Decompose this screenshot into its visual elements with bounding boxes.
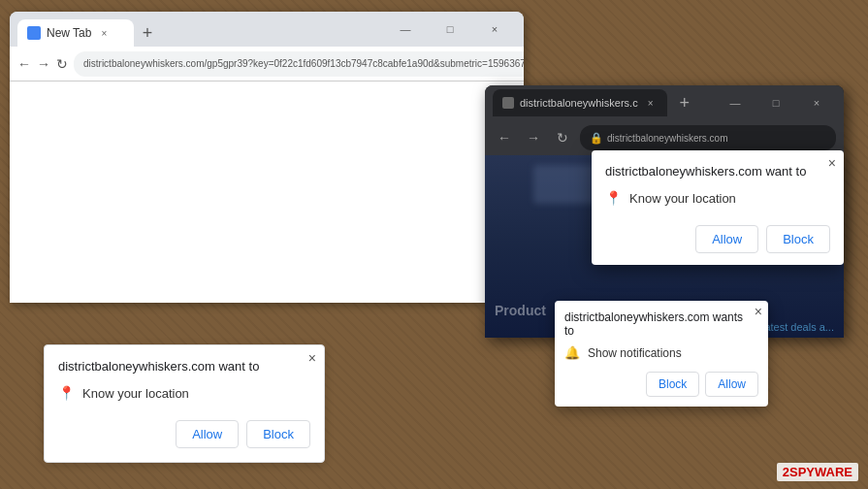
lock-icon: 🔒 xyxy=(590,132,603,145)
bell-icon: 🔔 xyxy=(564,345,580,360)
dark-maximize-button[interactable]: □ xyxy=(756,89,795,116)
location-allow-button[interactable]: Allow xyxy=(176,420,239,448)
tab-favicon xyxy=(27,26,41,40)
minimize-button[interactable]: — xyxy=(384,16,427,43)
dark-tab-label: districtbaloneywhiskers.c xyxy=(520,97,638,109)
dark-new-tab-button[interactable]: + xyxy=(671,89,698,116)
notification-dialog-actions: Block Allow xyxy=(555,368,768,407)
notification-dialog: × districtbaloneywhiskers.com wants to 🔔… xyxy=(555,301,768,407)
dark-tab-close-icon[interactable]: × xyxy=(644,96,658,110)
watermark-text: 2SPYWARE xyxy=(783,465,852,479)
window-controls: — □ × xyxy=(384,16,516,43)
dark-close-button[interactable]: × xyxy=(797,89,836,116)
location-block-button[interactable]: Block xyxy=(246,420,310,448)
dialog-actions-dark: Allow Block xyxy=(592,217,844,265)
location-icon-dark: 📍 xyxy=(605,190,622,206)
dialog-title-dark: districtbaloneywhiskers.com want to xyxy=(592,150,844,186)
dark-address-text: districtbaloneywhiskers.com xyxy=(607,133,728,144)
location-close-button[interactable]: × xyxy=(308,351,316,365)
dark-forward-button[interactable]: → xyxy=(522,126,545,149)
browser-window-back: New Tab × + — □ × ← → ↻ districtbaloneyw… xyxy=(10,12,524,303)
location-permission-text: Know your location xyxy=(82,386,189,401)
address-bar-back: ← → ↻ districtbaloneywhiskers.com/gp5gpr… xyxy=(10,47,524,82)
dark-window-controls: — □ × xyxy=(716,89,836,116)
notification-permission-row: 🔔 Show notifications xyxy=(555,343,768,368)
dark-minimize-button[interactable]: — xyxy=(716,89,755,116)
location-dialog-actions: Allow Block xyxy=(45,412,324,462)
dialog-permission-text-dark: Know your location xyxy=(629,191,736,206)
tab-strip-back: New Tab × + xyxy=(17,12,380,47)
close-button[interactable]: × xyxy=(473,16,516,43)
dark-title-bar: districtbaloneywhiskers.c × + — □ × xyxy=(485,85,844,120)
location-permission-row: 📍 Know your location xyxy=(45,381,324,412)
location-dialog-white: × districtbaloneywhiskers.com want to 📍 … xyxy=(44,344,325,463)
location-dialog-title: districtbaloneywhiskers.com want to xyxy=(45,345,324,381)
title-bar-back: New Tab × + — □ × xyxy=(10,12,524,47)
watermark: 2SPYWARE xyxy=(777,463,858,481)
tab-new-tab[interactable]: New Tab × xyxy=(17,19,134,47)
notification-allow-button[interactable]: Allow xyxy=(705,372,758,397)
dark-page-text1: Product xyxy=(495,303,546,318)
dark-refresh-button[interactable]: ↻ xyxy=(551,126,574,149)
tab-close-icon[interactable]: × xyxy=(97,26,111,40)
address-text: districtbaloneywhiskers.com/gp5gpr39?key… xyxy=(83,58,524,69)
address-input[interactable]: districtbaloneywhiskers.com/gp5gpr39?key… xyxy=(74,51,524,77)
maximize-button[interactable]: □ xyxy=(429,16,471,43)
block-button-dark[interactable]: Block xyxy=(766,225,830,253)
permission-dialog-location-dark: × districtbaloneywhiskers.com want to 📍 … xyxy=(592,150,844,265)
notification-close-button[interactable]: × xyxy=(755,305,762,318)
forward-button[interactable]: → xyxy=(37,52,50,76)
refresh-button[interactable]: ↻ xyxy=(56,52,68,76)
dark-page-text2: latest deals a... xyxy=(762,321,834,333)
dialog-permission-row-dark: 📍 Know your location xyxy=(592,186,844,217)
notification-dialog-title: districtbaloneywhiskers.com wants to xyxy=(555,301,768,343)
dark-tab-favicon xyxy=(502,97,514,109)
allow-button-dark[interactable]: Allow xyxy=(695,225,758,253)
notification-permission-text: Show notifications xyxy=(588,346,682,360)
dialog-close-button-dark[interactable]: × xyxy=(828,156,836,170)
page-content-back xyxy=(10,82,524,303)
notification-block-button[interactable]: Block xyxy=(646,372,699,397)
back-button[interactable]: ← xyxy=(17,52,31,76)
dark-tab[interactable]: districtbaloneywhiskers.c × xyxy=(493,89,667,116)
tab-label: New Tab xyxy=(47,26,91,40)
dark-back-button[interactable]: ← xyxy=(493,126,516,149)
new-tab-button[interactable]: + xyxy=(134,19,161,47)
location-icon-white: 📍 xyxy=(58,385,75,401)
dark-address-input[interactable]: 🔒 districtbaloneywhiskers.com xyxy=(580,125,836,150)
